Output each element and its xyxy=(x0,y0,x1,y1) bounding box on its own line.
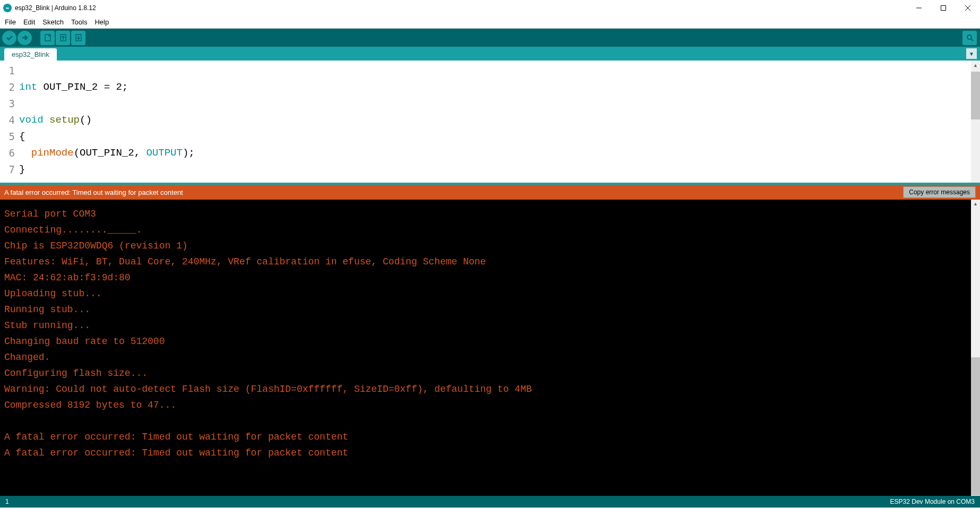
save-button[interactable] xyxy=(71,31,85,45)
scroll-thumb[interactable] xyxy=(971,72,980,119)
code-editor[interactable]: 1234567 int OUT_PIN_2 = 2; void setup(){… xyxy=(0,61,980,183)
console-line: Warning: Could not auto-detect Flash siz… xyxy=(4,381,976,397)
menu-help[interactable]: Help xyxy=(91,17,113,27)
check-icon xyxy=(5,33,14,42)
svg-rect-1 xyxy=(941,6,946,11)
output-console[interactable]: Serial port COM3Connecting........_____.… xyxy=(0,200,980,496)
arrow-right-icon xyxy=(21,33,29,42)
window-titlebar: ∞ esp32_Blink | Arduino 1.8.12 xyxy=(0,0,980,16)
window-controls xyxy=(907,0,980,16)
minimize-button[interactable] xyxy=(907,0,931,16)
board-port-indicator: ESP32 Dev Module on COM3 xyxy=(890,498,975,505)
tab-dropdown-button[interactable]: ▼ xyxy=(966,48,977,59)
console-line: Configuring flash size... xyxy=(4,365,976,381)
svg-rect-4 xyxy=(45,35,50,41)
code-line xyxy=(19,96,980,112)
new-button[interactable] xyxy=(40,31,55,45)
console-line: Serial port COM3 xyxy=(4,206,976,222)
console-line: Features: WiFi, BT, Dual Core, 240MHz, V… xyxy=(4,254,976,270)
error-message: A fatal error occurred: Timed out waitin… xyxy=(4,188,183,196)
copy-error-button[interactable]: Copy error messages xyxy=(903,186,976,198)
line-indicator: 1 xyxy=(5,498,9,505)
code-line: void setup() xyxy=(19,112,980,128)
console-line: Compressed 8192 bytes to 47... xyxy=(4,397,976,413)
line-number: 5 xyxy=(0,128,15,145)
line-number: 6 xyxy=(0,145,15,161)
editor-scrollbar[interactable]: ▲ xyxy=(971,61,980,183)
console-line: Stub running... xyxy=(4,317,976,333)
line-number: 4 xyxy=(0,112,15,128)
code-line: { xyxy=(19,128,980,145)
menu-tools[interactable]: Tools xyxy=(67,17,91,27)
window-title: esp32_Blink | Arduino 1.8.12 xyxy=(15,4,96,12)
code-area[interactable]: int OUT_PIN_2 = 2; void setup(){ pinMode… xyxy=(18,61,980,183)
console-line: Changed. xyxy=(4,349,976,365)
console-line: Running stub... xyxy=(4,302,976,317)
maximize-button[interactable] xyxy=(931,0,956,16)
new-file-icon xyxy=(44,33,52,42)
code-line: pinMode(OUT_PIN_2, OUTPUT); xyxy=(19,145,980,161)
serial-monitor-button[interactable] xyxy=(962,31,977,45)
svg-point-7 xyxy=(967,35,972,39)
scroll-up-arrow-icon[interactable]: ▲ xyxy=(971,61,980,70)
footer-status-bar: 1 ESP32 Dev Module on COM3 xyxy=(0,496,980,508)
close-icon xyxy=(965,5,970,11)
arrow-down-icon xyxy=(74,33,83,42)
verify-button[interactable] xyxy=(2,31,16,45)
arrow-up-icon xyxy=(59,33,67,42)
console-line: MAC: 24:62:ab:f3:9d:80 xyxy=(4,270,976,286)
console-line: A fatal error occurred: Timed out waitin… xyxy=(4,445,976,461)
line-number: 2 xyxy=(0,79,15,96)
svg-line-8 xyxy=(971,39,973,41)
upload-button[interactable] xyxy=(18,31,32,45)
console-line xyxy=(4,413,976,429)
tab-bar: esp32_Blink ▼ xyxy=(0,47,980,61)
maximize-icon xyxy=(941,5,946,11)
code-line xyxy=(19,63,980,79)
console-line: A fatal error occurred: Timed out waitin… xyxy=(4,429,976,445)
chevron-down-icon: ▼ xyxy=(969,51,974,57)
scroll-up-arrow-icon[interactable]: ▲ xyxy=(971,200,980,209)
line-number: 7 xyxy=(0,161,15,178)
code-line: } xyxy=(19,161,980,178)
toolbar xyxy=(0,29,980,47)
close-button[interactable] xyxy=(956,0,980,16)
console-line: Chip is ESP32D0WDQ6 (revision 1) xyxy=(4,238,976,254)
console-line: Uploading stub... xyxy=(4,286,976,302)
console-scrollbar[interactable]: ▲ xyxy=(971,200,980,496)
minimize-icon xyxy=(916,5,922,11)
error-status-bar: A fatal error occurred: Timed out waitin… xyxy=(0,185,980,200)
menu-edit[interactable]: Edit xyxy=(20,17,39,27)
menu-bar: File Edit Sketch Tools Help xyxy=(0,16,980,29)
open-button[interactable] xyxy=(56,31,70,45)
console-line: Changing baud rate to 512000 xyxy=(4,333,976,349)
menu-file[interactable]: File xyxy=(1,17,20,27)
line-number: 3 xyxy=(0,96,15,112)
menu-sketch[interactable]: Sketch xyxy=(39,17,67,27)
arduino-app-icon: ∞ xyxy=(3,4,12,12)
line-number-gutter: 1234567 xyxy=(0,61,18,183)
tab-active[interactable]: esp32_Blink xyxy=(4,48,57,61)
line-number: 1 xyxy=(0,63,15,79)
scroll-thumb[interactable] xyxy=(971,357,980,495)
console-line: Connecting........_____. xyxy=(4,222,976,238)
code-line: int OUT_PIN_2 = 2; xyxy=(19,79,980,96)
magnifier-icon xyxy=(966,33,974,42)
